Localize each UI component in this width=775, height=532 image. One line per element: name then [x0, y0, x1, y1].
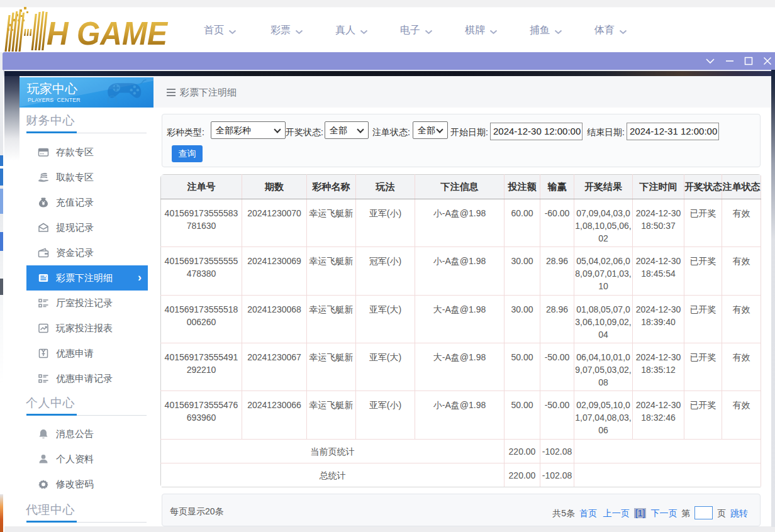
svg-text:H GAME: H GAME	[47, 16, 169, 52]
